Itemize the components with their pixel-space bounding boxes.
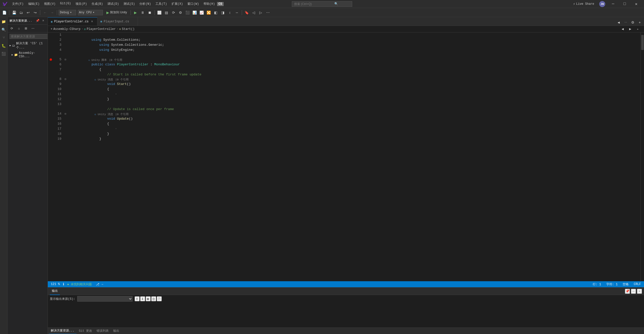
back-button[interactable]: ← [42,9,48,16]
bottom-tab-solution[interactable]: 解决方案资源... [49,328,76,334]
toolbar-btn5[interactable]: ⏸ [139,9,146,16]
menu-analyze[interactable]: 分析(N) [137,1,153,7]
status-spaces[interactable]: 空格 [622,282,630,287]
tab-bar-scroll-left[interactable]: ◀ [615,19,622,26]
sidebar-pin-icon[interactable]: 📌 [35,19,40,23]
menu-project[interactable]: 项目(P) [73,1,89,7]
menu-tools[interactable]: 工具(T) [153,1,169,7]
title-search-input[interactable] [294,2,334,6]
status-no-issues[interactable]: ● 未找到相关问题 [66,282,93,287]
new-file-button[interactable]: 📄 [1,9,8,16]
redo-button[interactable]: ↪ [32,9,38,16]
breadcrumb-assembly[interactable]: ≡ Assembly-CSharp [51,27,80,31]
breadcrumb-fwd-btn[interactable]: ▶ [627,26,633,32]
tab-bar-add[interactable]: + [636,19,643,26]
save-all-button[interactable]: 🗂 [18,9,24,16]
toolbar-btn12[interactable]: 📊 [191,9,198,16]
status-encoding[interactable]: CRLF [633,282,642,286]
panel-close-btn[interactable]: × [637,289,642,294]
sidebar-search-input[interactable] [10,34,48,39]
tab-bar-settings[interactable]: ⚙ [629,19,636,26]
fold-8[interactable]: ⊟ [63,77,67,82]
minimize-button[interactable]: ─ [607,0,619,8]
tab-player-input[interactable]: ◉ PlayerInput.cs × [97,17,138,26]
menu-help[interactable]: 帮助(H) [202,1,217,7]
bookmark-prev[interactable]: ◁ [251,9,257,16]
panel-pin-btn[interactable]: 📌 [625,289,630,294]
toolbar-btn7[interactable]: ⬜ [156,9,163,16]
fold-14[interactable]: ⊟ [63,111,67,116]
sidebar-filter-btn[interactable]: ⊞ [23,25,29,32]
status-zoom[interactable]: 121 % [50,282,61,286]
sidebar-sync-btn[interactable]: ⟳ [9,25,15,32]
sidebar-close-icon[interactable]: × [41,19,46,23]
tab-close-active[interactable]: × [90,20,94,24]
undo-button[interactable]: ↩ [25,9,31,16]
title-search[interactable]: 🔍 [292,1,352,7]
live-share-button[interactable]: ⚡ Live Share [570,0,597,8]
status-git-branch[interactable]: ⎇ → [95,282,104,286]
bottom-tab-errors[interactable]: 错误列表 [95,328,111,334]
tab-player-controller[interactable]: ◉ PlayerController.cs × [48,17,97,26]
start-button[interactable]: ▶ [132,9,139,16]
panel-toolbar-btn2[interactable]: ⬇ [140,296,145,301]
status-char[interactable]: 字符: 1 [605,282,619,287]
fold-5[interactable]: ⊟ [63,57,67,62]
menu-view[interactable]: 视图(V) [42,1,58,7]
debug-config-dropdown[interactable]: Debug ▾ [59,10,76,15]
scrollbar-thumb[interactable] [641,35,644,50]
save-button[interactable]: 💾 [11,9,17,16]
breadcrumb-add-btn[interactable]: + [634,26,641,32]
bottom-tab-git[interactable]: Git 更改 [77,328,94,334]
activity-explorer[interactable]: 📁 [0,18,7,25]
breadcrumb-back-btn[interactable]: ◀ [619,26,626,32]
toolbar-btn9[interactable]: ⟳ [170,9,177,16]
sidebar-item-solution[interactable]: ▶ 🗂 解决方案 'CS' (1 个... [8,40,48,51]
toolbar-btn14[interactable]: 🔀 [206,9,212,16]
close-button[interactable]: ✕ [630,0,642,8]
activity-git[interactable]: ⑂ [0,34,7,41]
breadcrumb-method[interactable]: ⊙ Start() [119,27,135,31]
toolbar-btn10[interactable]: ⚙ [177,9,184,16]
toolbar-btn18[interactable]: ↔ [234,9,240,16]
bookmark-more[interactable]: ⋯ [265,9,271,16]
activity-search[interactable]: 🔍 [0,26,7,33]
panel-toolbar-btn5[interactable]: ⏱ [157,296,162,301]
toolbar-btn15[interactable]: ◧ [213,9,219,16]
sidebar-more-btn[interactable]: ⋯ [30,25,36,32]
toolbar-btn11[interactable]: ⬛ [184,9,191,16]
menu-git[interactable]: Git(G) [58,1,73,7]
toolbar-btn17[interactable]: ↕ [227,9,233,16]
menu-build[interactable]: 生成(B) [90,1,105,7]
panel-toolbar-btn1[interactable]: ⬆ [135,296,140,301]
bookmark-btn[interactable]: 🔖 [244,9,250,16]
menu-window[interactable]: 窗口(W) [185,1,201,7]
panel-toolbar-btn3[interactable]: ⏹ [146,296,151,301]
vertical-scrollbar[interactable] [640,32,644,281]
menu-debug[interactable]: 调试(D) [105,1,121,7]
sidebar-home-btn[interactable]: ⌂ [16,25,22,32]
toolbar-btn16[interactable]: ◨ [220,9,226,16]
status-line-col[interactable]: 行: 1 [592,282,602,287]
menu-extensions[interactable]: 扩展(X) [170,1,185,7]
toolbar-btn8[interactable]: ▤ [163,9,170,16]
restore-button[interactable]: □ [619,0,630,8]
menu-file[interactable]: 文件(F) [10,1,26,7]
user-avatar[interactable]: JW [599,1,605,7]
menu-test[interactable]: 测试(S) [122,1,137,7]
panel-minimize-btn[interactable]: ─ [631,289,636,294]
activity-debug[interactable]: 🐛 [0,42,7,49]
panel-tab-output[interactable]: 输出 [50,288,60,295]
cpu-dropdown[interactable]: Any CPU ▾ [78,10,103,15]
bottom-tab-output[interactable]: 输出 [111,328,121,334]
toolbar-btn6[interactable]: ⏹ [146,9,153,16]
sidebar-item-assembly[interactable]: ▶ 📁 Assembly-CSh... [8,51,48,59]
tab-bar-overflow[interactable]: ⋯ [622,19,629,26]
forward-button[interactable]: → [49,9,55,16]
activity-extensions[interactable]: ⬛ [0,50,7,57]
run-button[interactable]: ▶ 附加到 Unity [104,9,129,16]
toolbar-btn13[interactable]: 📈 [198,9,205,16]
bookmark-next[interactable]: ▷ [258,9,264,16]
panel-toolbar-btn4[interactable]: 🗑 [151,296,156,301]
menu-edit[interactable]: 编辑(E) [26,1,42,7]
